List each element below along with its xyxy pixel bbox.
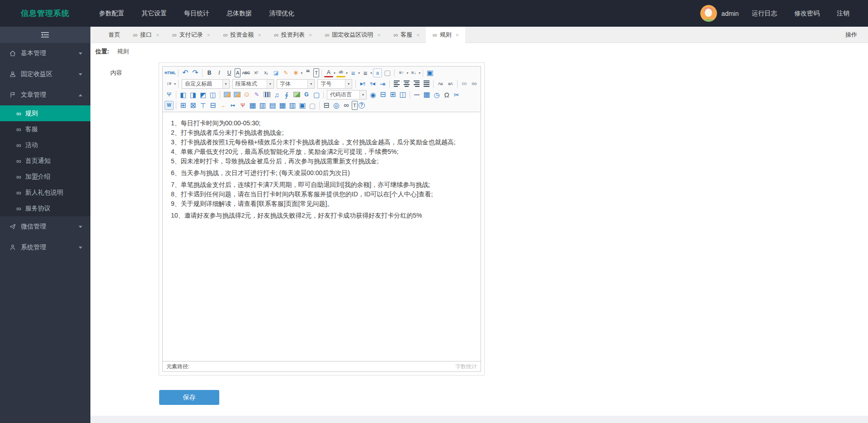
tab-支付记录[interactable]: ∞支付记录× (166, 27, 217, 43)
sidebar-item-加盟介绍[interactable]: ∞加盟介绍 (0, 169, 90, 185)
sidebar-item-规则[interactable]: ∞规则 (0, 105, 90, 121)
table-header-icon[interactable]: ⊟ (208, 101, 217, 110)
sidebar-item-首页通知[interactable]: ∞首页通知 (0, 153, 90, 169)
editor-text-area[interactable]: 1、每日打卡时间为00:00-05:30;2、打卡挑战者瓜分未打卡挑战者挑战金;… (163, 112, 481, 361)
line-spacing-up-icon[interactable]: ≡↑ (397, 68, 406, 77)
remove-format-icon[interactable]: ◪ (271, 68, 280, 77)
unlink-icon[interactable]: ∞ (470, 79, 479, 88)
tab-规则[interactable]: ∞规则× (426, 27, 465, 43)
blockquote-icon[interactable]: “ (303, 68, 312, 77)
paste-text-icon[interactable]: T (313, 68, 319, 77)
indent-icon[interactable]: ⇥ (378, 79, 387, 88)
tab-投资金额[interactable]: ∞投资金额× (217, 27, 268, 43)
ltr-icon[interactable]: ▶¶ (358, 79, 367, 88)
emotion-icon[interactable]: ☺ (242, 90, 251, 99)
line-height-icon-dropdown[interactable]: ▾ (174, 82, 176, 86)
tab-首页[interactable]: 首页 (102, 27, 127, 43)
new-page-icon[interactable]: ▢ (383, 68, 392, 77)
tab-接口[interactable]: ∞接口× (127, 27, 166, 43)
align-right-icon[interactable] (412, 79, 421, 88)
image-manager-icon[interactable] (232, 90, 241, 99)
delete-row-icon[interactable]: ▦ (278, 101, 287, 110)
doc-blank-icon[interactable]: ▢ (308, 101, 317, 110)
align-left-icon[interactable] (392, 79, 401, 88)
map-icon[interactable] (292, 90, 301, 99)
to-lowercase-icon[interactable]: aA (446, 79, 455, 88)
source-html-icon[interactable]: HTML (165, 68, 176, 77)
navbar-item-3[interactable]: 每日统计 (175, 0, 218, 27)
username-label[interactable]: admin (722, 10, 739, 17)
bold-icon[interactable]: B (205, 68, 214, 77)
merge-cells-icon[interactable]: ▦ (248, 101, 257, 110)
sidebar-group-文章管理[interactable]: 文章管理 (0, 85, 90, 105)
image-float-left-icon[interactable]: ◧ (179, 90, 188, 99)
insert-row-icon[interactable]: → (218, 101, 227, 110)
close-icon[interactable]: × (258, 32, 261, 38)
ordered-list-icon[interactable]: ≡ (349, 68, 358, 77)
rtl-icon[interactable]: ¶◀ (368, 79, 377, 88)
auto-clean-icon[interactable]: ∗ (291, 68, 300, 77)
logout-link[interactable]: 注销 (828, 0, 858, 27)
close-icon[interactable]: × (309, 32, 312, 38)
tab-actions-button[interactable]: 操作 (845, 31, 868, 39)
insert-iframe-icon[interactable]: ⊞ (388, 90, 397, 99)
preview-icon[interactable]: ◎ (332, 101, 341, 110)
line-spacing-down-icon-dropdown[interactable]: ▾ (419, 71, 420, 75)
merge-right-icon[interactable]: ▥ (258, 101, 267, 110)
gmap-icon[interactable]: G (302, 90, 311, 99)
print-icon[interactable]: ⊟ (322, 101, 331, 110)
all-caps-icon[interactable]: A (235, 68, 241, 77)
image-inline-icon[interactable]: ◫ (208, 90, 217, 99)
highlight-color-icon-dropdown[interactable]: ▾ (346, 71, 348, 75)
subscript-icon[interactable]: X₂ (261, 68, 270, 77)
navbar-item-4[interactable]: 总体数据 (218, 0, 260, 27)
sidebar-item-活动[interactable]: ∞活动 (0, 137, 90, 153)
highlight-color-icon[interactable]: ab (336, 68, 345, 77)
italic-icon[interactable]: I (215, 68, 224, 77)
insert-image-icon[interactable] (222, 90, 231, 99)
insert-doc-icon[interactable]: ▢ (312, 90, 321, 99)
split-cell-icon[interactable]: Ψ (238, 101, 247, 110)
format-painter-icon[interactable]: ✎ (281, 68, 290, 77)
mobile-preview-icon[interactable]: ◫ (398, 90, 407, 99)
table-title-icon[interactable]: ⊤ (198, 101, 208, 110)
line-spacing-down-icon[interactable]: ≡↓ (409, 68, 418, 77)
sidebar-group-基本管理[interactable]: 基本管理 (0, 43, 90, 64)
auto-typeset-icon[interactable]: a (373, 68, 382, 77)
date-icon[interactable]: ▦ (422, 90, 431, 99)
search-replace-icon[interactable]: ∞ (342, 101, 351, 110)
sidebar-item-新人礼包说明[interactable]: ∞新人礼包说明 (0, 185, 90, 200)
navbar-item-5[interactable]: 清理优化 (260, 0, 303, 27)
underline-icon[interactable]: U (225, 68, 234, 77)
attachment-icon[interactable]: ∮ (282, 90, 291, 99)
link-icon[interactable]: ∞ (460, 79, 469, 88)
font-family-select[interactable]: 字体▾ (277, 79, 315, 89)
fullscreen-icon[interactable]: ▣ (425, 68, 434, 77)
sidebar-group-微信管理[interactable]: 微信管理 (0, 216, 90, 237)
paragraph-format-select[interactable]: 段落格式▾ (232, 79, 274, 89)
undo-icon[interactable]: ↶ (181, 68, 190, 77)
run-log-link[interactable]: 运行日志 (743, 0, 786, 27)
font-size-select[interactable]: 字号▾ (317, 79, 352, 89)
tab-固定收益区说明[interactable]: ∞固定收益区说明× (318, 27, 387, 43)
image-center-icon[interactable]: ◨ (189, 90, 198, 99)
align-justify-icon[interactable] (422, 79, 431, 88)
unordered-list-icon[interactable]: ≡ (361, 68, 370, 77)
change-password-link[interactable]: 修改密码 (786, 0, 828, 27)
redo-icon[interactable]: ↷ (191, 68, 200, 77)
insert-video-icon[interactable] (262, 90, 271, 99)
ordered-list-icon-dropdown[interactable]: ▾ (358, 71, 360, 75)
sidebar-item-服务协议[interactable]: ∞服务协议 (0, 200, 90, 216)
page-break-icon[interactable]: ⊟ (378, 90, 387, 99)
font-color-icon[interactable]: A (324, 68, 333, 77)
word-count-label[interactable]: 字数统计 (455, 363, 477, 371)
tab-客服[interactable]: ∞客服× (387, 27, 426, 43)
close-icon[interactable]: × (416, 32, 420, 38)
set-border-icon[interactable]: ▣ (298, 101, 307, 110)
delete-col-icon[interactable]: ▥ (288, 101, 297, 110)
align-center-icon[interactable] (402, 79, 411, 88)
time-icon[interactable]: ◷ (432, 90, 441, 99)
navbar-item-1[interactable]: 参数配置 (90, 0, 133, 27)
line-spacing-up-icon-dropdown[interactable]: ▾ (406, 71, 408, 75)
music-icon[interactable]: ♫ (272, 90, 281, 99)
